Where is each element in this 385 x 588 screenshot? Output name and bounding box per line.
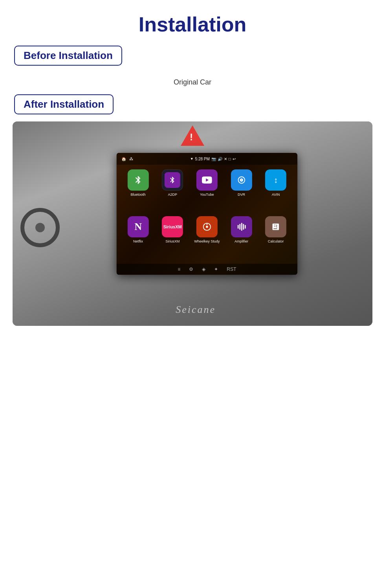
- svg-rect-6: [243, 224, 244, 230]
- before-badge-text: Before Installation: [24, 50, 113, 62]
- siriusxm-icon: SiriusXM: [162, 216, 183, 237]
- dvr-label: DVR: [238, 193, 245, 197]
- app-item-a2dp[interactable]: A2DP: [157, 169, 188, 212]
- amplifier-icon: [231, 216, 252, 237]
- x-icon: ✕: [224, 157, 227, 161]
- app-item-calculator[interactable]: Calculator: [260, 216, 291, 259]
- before-badge: Before Installation: [14, 46, 122, 66]
- volume-icon: 🔊: [218, 157, 222, 161]
- app-item-avin[interactable]: ↕ AVIN: [260, 169, 291, 212]
- bottom-icon-1[interactable]: ≡: [178, 266, 180, 272]
- youtube-icon: [196, 169, 218, 191]
- page-title: Installation: [0, 0, 385, 46]
- screen-inner: 🏠 ⁂ ▼ 5:28 PM 📷 🔊 ✕ □ ↩: [117, 153, 297, 275]
- a2dp-icon: [162, 169, 183, 191]
- calculator-label: Calculator: [268, 239, 284, 243]
- youtube-label: YouTube: [200, 193, 214, 197]
- siriusxm-label: SiriusXM: [165, 239, 180, 243]
- a2dp-label: A2DP: [168, 193, 177, 197]
- after-badge: After Installation: [14, 94, 114, 114]
- a2dp-inner: [165, 172, 180, 188]
- wheelkey-label: Wheelkey Study: [194, 239, 220, 243]
- infotainment-screen: 🏠 ⁂ ▼ 5:28 PM 📷 🔊 ✕ □ ↩: [117, 153, 297, 275]
- camera-icon: 📷: [211, 157, 216, 161]
- home-icon[interactable]: 🏠: [121, 157, 126, 161]
- before-caption: Original Car: [0, 73, 385, 94]
- svg-rect-3: [237, 225, 238, 228]
- bluetooth-icon: [128, 169, 149, 191]
- wheelkey-icon: [196, 216, 218, 237]
- after-badge-text: After Installation: [24, 98, 104, 110]
- svg-rect-4: [239, 224, 240, 230]
- amplifier-label: Amplifier: [235, 239, 248, 243]
- app-item-bluetooth[interactable]: Bluetooth: [123, 169, 154, 212]
- bottom-icon-3[interactable]: ◈: [202, 266, 205, 272]
- before-section: Before Installation ⬛ ⬛ ⬛ ⬛⬛⬛⬛: [0, 46, 385, 94]
- status-bar: 🏠 ⁂ ▼ 5:28 PM 📷 🔊 ✕ □ ↩: [117, 153, 297, 165]
- bottom-bar: ≡ ⚙ ◈ ✦ RST: [117, 264, 297, 275]
- netflix-label: Netflix: [133, 239, 143, 243]
- back-icon: ↩: [233, 157, 236, 161]
- status-time: 5:28 PM: [195, 157, 210, 161]
- avin-icon: ↕: [265, 169, 286, 191]
- status-left: 🏠 ⁂: [121, 157, 133, 161]
- signal-icon: ▼: [190, 157, 194, 161]
- after-dashboard: 🏠 ⁂ ▼ 5:28 PM 📷 🔊 ✕ □ ↩: [13, 121, 372, 326]
- svg-rect-5: [241, 223, 242, 231]
- warning-triangle-after: [181, 125, 204, 146]
- app-grid: Bluetooth A2DP: [117, 165, 297, 264]
- after-image-container: 🏠 ⁂ ▼ 5:28 PM 📷 🔊 ✕ □ ↩: [13, 121, 372, 326]
- svg-rect-7: [245, 225, 246, 228]
- seicane-brand: Seicane: [176, 304, 216, 316]
- bottom-icon-2[interactable]: ⚙: [189, 266, 193, 272]
- svg-point-1: [206, 226, 208, 228]
- after-section: After Installation 🏠 ⁂ ▼: [0, 94, 385, 326]
- avin-label: AVIN: [272, 193, 280, 197]
- netflix-icon: N: [128, 216, 149, 237]
- bottom-icon-5[interactable]: RST: [227, 266, 236, 272]
- calculator-icon: [265, 216, 286, 237]
- window-icon: □: [229, 157, 231, 161]
- app-item-siriusxm[interactable]: SiriusXM SiriusXM: [157, 216, 188, 259]
- bottom-icon-4[interactable]: ✦: [214, 266, 218, 272]
- steering-wheel-after: [20, 208, 60, 247]
- app-item-dvr[interactable]: DVR: [226, 169, 257, 212]
- settings-icon: ⁂: [129, 157, 133, 161]
- app-item-netflix[interactable]: N Netflix: [123, 216, 154, 259]
- app-item-youtube[interactable]: YouTube: [192, 169, 222, 212]
- bluetooth-label: Bluetooth: [131, 193, 146, 197]
- app-item-amplifier[interactable]: Amplifier: [226, 216, 257, 259]
- app-item-wheelkey[interactable]: Wheelkey Study: [192, 216, 222, 259]
- dvr-icon: [231, 169, 252, 191]
- status-center: ▼ 5:28 PM 📷 🔊 ✕ □ ↩: [190, 157, 236, 161]
